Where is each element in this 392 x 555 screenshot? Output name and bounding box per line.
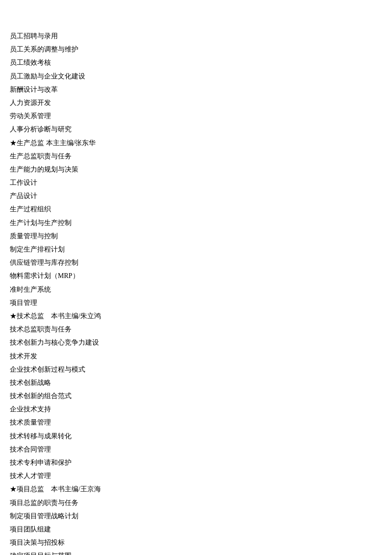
list-item: 员工招聘与录用 bbox=[10, 29, 382, 43]
list-item: ★技术总监 本书主编/朱立鸿 bbox=[10, 309, 382, 323]
list-item: 技术人才管理 bbox=[10, 469, 382, 482]
list-item: 员工绩效考核 bbox=[10, 56, 382, 69]
list-item: 确定项目目标与范围 bbox=[10, 549, 382, 555]
list-item: 人力资源开发 bbox=[10, 96, 382, 109]
list-item: 技术总监职责与任务 bbox=[10, 323, 382, 336]
list-item: 工作设计 bbox=[10, 176, 382, 189]
list-item: ★生产总监 本主主编/张东华 bbox=[10, 136, 382, 150]
list-item: 员工激励与企业文化建设 bbox=[10, 70, 382, 83]
list-item: 项目管理 bbox=[10, 296, 382, 309]
list-item: ★项目总监 本书主编/王京海 bbox=[10, 482, 382, 496]
list-item: 供应链管理与库存控制 bbox=[10, 256, 382, 269]
list-item: 新酬设计与改革 bbox=[10, 83, 382, 96]
list-item: 制定项目管理战略计划 bbox=[10, 509, 382, 523]
list-item: 人事分析诊断与研究 bbox=[10, 123, 382, 136]
list-item: 制定生产排程计划 bbox=[10, 243, 382, 256]
list-item: 劳动关系管理 bbox=[10, 109, 382, 123]
content-list: 员工招聘与录用员工关系的调整与维护员工绩效考核员工激励与企业文化建设新酬设计与改… bbox=[10, 29, 382, 555]
list-item: 准时生产系统 bbox=[10, 283, 382, 296]
list-item: 技术创新的组合范式 bbox=[10, 389, 382, 403]
list-item: 技术质量管理 bbox=[10, 416, 382, 429]
list-item: 技术转移与成果转化 bbox=[10, 429, 382, 443]
list-item: 企业技术创新过程与模式 bbox=[10, 363, 382, 376]
list-item: 生产能力的规划与决策 bbox=[10, 163, 382, 176]
list-item: 技术开发 bbox=[10, 350, 382, 363]
list-item: 企业技术支持 bbox=[10, 403, 382, 416]
list-item: 项目总监的职责与任务 bbox=[10, 496, 382, 509]
list-item: 产品设计 bbox=[10, 189, 382, 202]
list-item: 生产计划与生产控制 bbox=[10, 216, 382, 229]
list-item: 技术合同管理 bbox=[10, 443, 382, 456]
list-item: 生产过程组织 bbox=[10, 202, 382, 216]
list-item: 技术创新力与核心竞争力建设 bbox=[10, 336, 382, 349]
list-item: 质量管理与控制 bbox=[10, 229, 382, 243]
list-item: 项目决策与招投标 bbox=[10, 536, 382, 549]
list-item: 生产总监职责与任务 bbox=[10, 150, 382, 163]
list-item: 技术专利申请和保护 bbox=[10, 456, 382, 469]
list-item: 技术创新战略 bbox=[10, 376, 382, 389]
list-item: 物料需求计划（MRP） bbox=[10, 269, 382, 282]
list-item: 员工关系的调整与维护 bbox=[10, 43, 382, 56]
list-item: 项目团队组建 bbox=[10, 523, 382, 536]
